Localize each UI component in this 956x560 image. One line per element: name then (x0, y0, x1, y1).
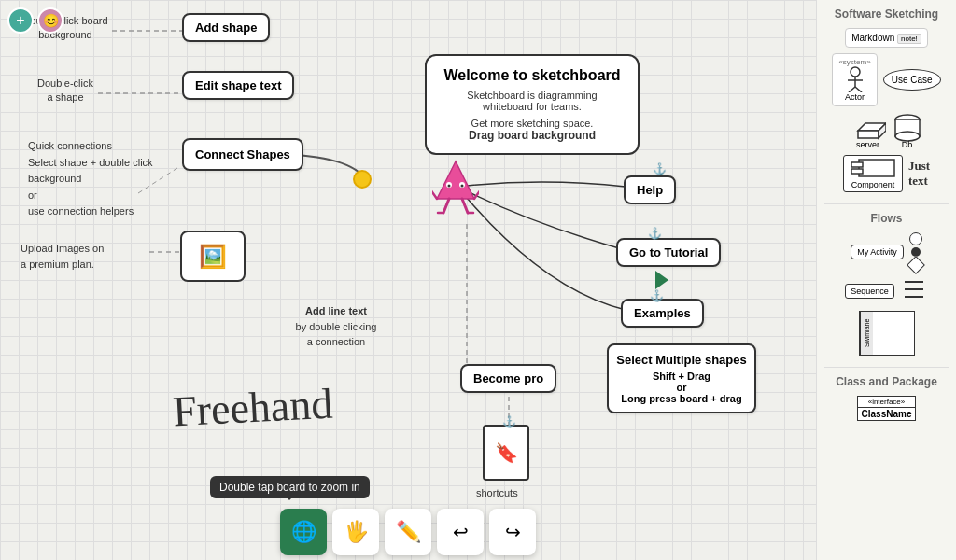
quick-connections-link[interactable]: Quick connections (28, 140, 112, 151)
actor-item[interactable]: «system» Actor (832, 53, 877, 106)
avatar-user: 😊 (37, 7, 63, 34)
globe-button[interactable]: 🌐 (280, 509, 327, 555)
canvas-lines (0, 0, 816, 560)
svg-rect-28 (859, 160, 894, 176)
hand-button[interactable]: 🖐 (332, 509, 379, 555)
panel-row-class: «interface» ClassName (824, 396, 949, 421)
shortcuts-icon: 🔖 (483, 425, 529, 481)
section-divider-1 (824, 203, 949, 204)
expand-panel-arrow[interactable] (655, 271, 668, 289)
edit-shape-node[interactable]: Edit shape text (182, 71, 294, 100)
flow-shapes (909, 232, 922, 272)
app: + 😊 Double-click board background Add sh… (0, 0, 956, 560)
flows-section: Flows My Activity Sequence (824, 212, 949, 356)
panel-row-activity: My Activity (824, 232, 949, 272)
connection-dot (353, 170, 372, 189)
circle-item[interactable] (909, 232, 922, 245)
canvas[interactable]: + 😊 Double-click board background Add sh… (0, 0, 816, 560)
shortcuts-label: shortcuts (476, 487, 518, 498)
select-multiple-node: Select Multiple shapes Shift + DragorLon… (607, 343, 756, 413)
anchor-examples: ⚓ (650, 289, 664, 302)
user-avatars: + 😊 (7, 7, 63, 34)
panel-row-markdown: Markdown note! (824, 28, 949, 48)
svg-marker-23 (858, 131, 879, 138)
svg-point-17 (851, 67, 860, 77)
add-shape-node[interactable]: Add shape (182, 13, 270, 42)
undo-button[interactable]: ↩ (437, 509, 484, 555)
use-case-item[interactable]: Use Case (883, 69, 941, 91)
anchor-shortcuts: ⚓ (502, 415, 516, 428)
diamond-item[interactable] (907, 256, 925, 274)
sequence-item[interactable]: Sequence (845, 284, 894, 299)
software-sketching-title: Software Sketching (824, 7, 949, 21)
flows-title: Flows (824, 212, 949, 225)
svg-marker-6 (437, 161, 474, 199)
svg-rect-30 (851, 169, 863, 174)
pencil-button[interactable]: ✏️ (385, 509, 431, 555)
software-sketching-section: Software Sketching Markdown note! «syste… (824, 7, 949, 192)
mascot (432, 157, 479, 213)
right-panel: Software Sketching Markdown note! «syste… (816, 0, 956, 560)
svg-line-12 (462, 199, 468, 213)
class-item[interactable]: «interface» ClassName (857, 396, 917, 421)
welcome-title: Welcome to sketchboard (442, 67, 623, 84)
image-placeholder: 🖼️ (180, 231, 246, 282)
panel-row-component: Component Justtext (824, 155, 949, 192)
examples-node[interactable]: Examples (621, 299, 704, 328)
premium-plan-link[interactable]: premium plan (29, 259, 91, 270)
svg-line-11 (443, 199, 449, 213)
panel-row-swimlane: Swimlane (824, 311, 949, 356)
avatar-add[interactable]: + (7, 7, 34, 34)
svg-point-10 (461, 185, 464, 188)
add-line-text-label: Add line textby double clickinga connect… (280, 303, 392, 350)
welcome-subtitle: Sketchboard is diagramming whiteboard fo… (442, 90, 623, 112)
class-package-section: Class and Package «interface» ClassName (824, 375, 949, 421)
become-pro-node[interactable]: Become pro (460, 364, 556, 393)
panel-row-sequence: Sequence (824, 277, 949, 305)
panel-row-actor-usecase: «system» Actor Use Case (824, 53, 949, 106)
freehand-text: Freehand (172, 379, 334, 437)
just-text-item[interactable]: Justtext (908, 159, 930, 189)
zoom-tooltip: Double tap board to zoom in (210, 476, 370, 498)
connection-helpers-link[interactable]: connection helpers (48, 205, 134, 217)
svg-line-16 (474, 189, 479, 199)
panel-row-server-db: server Db (824, 112, 949, 149)
upload-images-link[interactable]: Upload Images (21, 243, 90, 254)
component-item[interactable]: Component (843, 155, 903, 192)
upload-images-label: Upload Images ona premium plan. (21, 241, 142, 272)
anchor-help: ⚓ (653, 162, 667, 175)
help-node[interactable]: Help (624, 175, 676, 204)
my-activity-item[interactable]: My Activity (851, 245, 904, 259)
svg-point-9 (448, 185, 451, 188)
db-item[interactable]: Db (892, 112, 923, 149)
section-divider-2 (824, 367, 949, 368)
welcome-box: Welcome to sketchboard Sketchboard is di… (425, 54, 640, 155)
tutorial-node[interactable]: Go to Tutorial (616, 238, 721, 267)
class-package-title: Class and Package (824, 375, 949, 388)
sequence-lines (900, 277, 928, 305)
markdown-note-item[interactable]: Markdown note! (845, 28, 928, 48)
select-multiple-details: Shift + DragorLong press board + drag (616, 371, 747, 404)
server-item[interactable]: server (851, 112, 886, 149)
swimlane-item[interactable]: Swimlane (859, 311, 915, 356)
anchor-tutorial: ⚓ (648, 227, 662, 240)
quick-connections-label: Quick connections Select shape + double … (28, 138, 159, 220)
double-click-shape-label: Double-clicka shape (28, 77, 103, 105)
svg-rect-29 (851, 162, 863, 167)
svg-line-15 (432, 189, 437, 199)
bottom-toolbar: 🌐 🖐 ✏️ ↩ ↪ (0, 504, 816, 560)
redo-button[interactable]: ↪ (489, 509, 536, 555)
connect-shapes-node[interactable]: Connect Shapes (182, 138, 303, 171)
